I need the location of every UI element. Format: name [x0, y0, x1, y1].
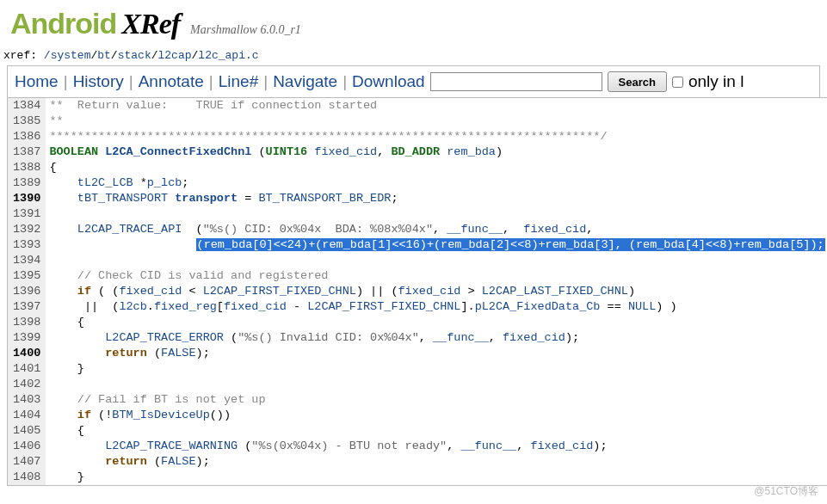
- code-line[interactable]: ****************************************…: [46, 129, 827, 144]
- xref-segment[interactable]: l2c_api.c: [198, 49, 258, 62]
- logo-version: Marshmallow 6.0.0_r1: [190, 23, 301, 37]
- nav-home[interactable]: Home: [15, 72, 59, 91]
- code-line[interactable]: ** Return value: TRUE if connection star…: [46, 98, 827, 114]
- code-row: 1394: [8, 253, 828, 268]
- xref-segment[interactable]: stack: [118, 49, 151, 62]
- logo-android-text: Android: [10, 7, 116, 40]
- code-line[interactable]: L2CAP_TRACE_ERROR ("%s() Invalid CID: 0x…: [46, 330, 827, 346]
- code-line[interactable]: // Fail if BT is not yet up: [46, 392, 827, 408]
- code-row: 1384** Return value: TRUE if connection …: [8, 98, 828, 114]
- line-number[interactable]: 1402: [8, 377, 46, 392]
- line-number[interactable]: 1407: [8, 454, 46, 470]
- code-line[interactable]: (rem_bda[0]<<24)+(rem_bda[1]<<16)+(rem_b…: [46, 237, 827, 253]
- code-row: 1399 L2CAP_TRACE_ERROR ("%s() Invalid CI…: [8, 330, 828, 346]
- line-number[interactable]: 1388: [8, 160, 46, 175]
- nav-sep: |: [263, 72, 268, 91]
- line-number[interactable]: 1398: [8, 315, 46, 330]
- code-line[interactable]: }: [46, 470, 827, 486]
- line-number[interactable]: 1401: [8, 361, 46, 377]
- code-listing: 1384** Return value: TRUE if connection …: [7, 97, 827, 486]
- code-row: 1407 return (FALSE);: [8, 454, 828, 470]
- code-row: 1403 // Fail if BT is not yet up: [8, 392, 828, 408]
- line-number[interactable]: 1391: [8, 206, 46, 222]
- xref-segment[interactable]: l2cap: [158, 49, 192, 62]
- xref-segment[interactable]: system: [51, 49, 91, 62]
- nav-sep: |: [129, 72, 133, 91]
- line-number[interactable]: 1394: [8, 253, 46, 268]
- only-in-label: only in l: [688, 72, 744, 91]
- code-row: 1392 L2CAP_TRACE_API ("%s() CID: 0x%04x …: [8, 222, 828, 237]
- code-line[interactable]: {: [46, 160, 827, 175]
- code-line[interactable]: }: [46, 361, 827, 377]
- code-row: 1400 return (FALSE);: [8, 346, 828, 361]
- xref-prefix: xref:: [3, 49, 44, 62]
- only-in-checkbox[interactable]: [672, 77, 683, 88]
- code-row: 1405 {: [8, 423, 828, 439]
- line-number[interactable]: 1390: [8, 191, 46, 206]
- code-row: 1386************************************…: [8, 129, 828, 144]
- code-line[interactable]: return (FALSE);: [46, 346, 827, 361]
- code-line[interactable]: || (l2cb.fixed_reg[fixed_cid - L2CAP_FIR…: [46, 299, 827, 315]
- code-line[interactable]: L2CAP_TRACE_WARNING ("%s(0x%04x) - BTU n…: [46, 439, 827, 454]
- code-row: 1389 tL2C_LCB *p_lcb;: [8, 175, 828, 191]
- code-line[interactable]: tL2C_LCB *p_lcb;: [46, 175, 827, 191]
- line-number[interactable]: 1392: [8, 222, 46, 237]
- code-row: 1396 if ( (fixed_cid < L2CAP_FIRST_FIXED…: [8, 284, 828, 299]
- nav-navigate[interactable]: Navigate: [273, 72, 337, 91]
- code-row: 1408 }: [8, 470, 828, 486]
- line-number[interactable]: 1406: [8, 439, 46, 454]
- line-number[interactable]: 1386: [8, 129, 46, 144]
- code-line[interactable]: **: [46, 114, 827, 129]
- line-number[interactable]: 1389: [8, 175, 46, 191]
- logo-xref-text: XRef: [121, 8, 180, 40]
- logo: Android XRef Marshmallow 6.0.0_r1: [10, 7, 817, 40]
- xref-sep: /: [151, 49, 158, 62]
- line-number[interactable]: 1403: [8, 392, 46, 408]
- line-number[interactable]: 1399: [8, 330, 46, 346]
- code-line[interactable]: if ( (fixed_cid < L2CAP_FIRST_FIXED_CHNL…: [46, 284, 827, 299]
- line-number[interactable]: 1396: [8, 284, 46, 299]
- line-number[interactable]: 1400: [8, 346, 46, 361]
- code-line[interactable]: [46, 206, 827, 222]
- xref-path: xref: /system/bt/stack/l2cap/l2c_api.c: [0, 44, 827, 65]
- line-number[interactable]: 1404: [8, 408, 46, 423]
- search-input[interactable]: [430, 72, 602, 91]
- line-number[interactable]: 1385: [8, 114, 46, 129]
- nav-history[interactable]: History: [73, 72, 124, 91]
- nav-line[interactable]: Line#: [219, 72, 259, 91]
- code-line[interactable]: {: [46, 423, 827, 439]
- code-line[interactable]: return (FALSE);: [46, 454, 827, 470]
- xref-segment[interactable]: /: [44, 49, 51, 62]
- line-number[interactable]: 1384: [8, 98, 46, 114]
- code-row: 1397 || (l2cb.fixed_reg[fixed_cid - L2CA…: [8, 299, 828, 315]
- page-header: Android XRef Marshmallow 6.0.0_r1: [0, 0, 827, 44]
- toolbar: Home | History | Annotate | Line# | Navi…: [7, 65, 820, 97]
- line-number[interactable]: 1393: [8, 237, 46, 253]
- line-number[interactable]: 1405: [8, 423, 46, 439]
- code-row: 1391: [8, 206, 828, 222]
- line-number[interactable]: 1395: [8, 268, 46, 284]
- code-row: 1402: [8, 377, 828, 392]
- code-line[interactable]: BOOLEAN L2CA_ConnectFixedChnl (UINT16 fi…: [46, 144, 827, 160]
- line-number[interactable]: 1397: [8, 299, 46, 315]
- code-row: 1388{: [8, 160, 828, 175]
- code-row: 1390 tBT_TRANSPORT transport = BT_TRANSP…: [8, 191, 828, 206]
- code-row: 1401 }: [8, 361, 828, 377]
- search-button[interactable]: Search: [608, 71, 667, 92]
- code-line[interactable]: // Check CID is valid and registered: [46, 268, 827, 284]
- nav-annotate[interactable]: Annotate: [139, 72, 204, 91]
- xref-sep: /: [111, 49, 118, 62]
- line-number[interactable]: 1387: [8, 144, 46, 160]
- code-line[interactable]: L2CAP_TRACE_API ("%s() CID: 0x%04x BDA: …: [46, 222, 827, 237]
- code-row: 1393 (rem_bda[0]<<24)+(rem_bda[1]<<16)+(…: [8, 237, 828, 253]
- code-row: 1387BOOLEAN L2CA_ConnectFixedChnl (UINT1…: [8, 144, 828, 160]
- line-number[interactable]: 1408: [8, 470, 46, 486]
- xref-segment[interactable]: bt: [97, 49, 111, 62]
- code-line[interactable]: {: [46, 315, 827, 330]
- code-line[interactable]: [46, 253, 827, 268]
- code-line[interactable]: if (!BTM_IsDeviceUp()): [46, 408, 827, 423]
- nav-download[interactable]: Download: [352, 72, 425, 91]
- code-row: 1385**: [8, 114, 828, 129]
- code-line[interactable]: tBT_TRANSPORT transport = BT_TRANSPORT_B…: [46, 191, 827, 206]
- code-line[interactable]: [46, 377, 827, 392]
